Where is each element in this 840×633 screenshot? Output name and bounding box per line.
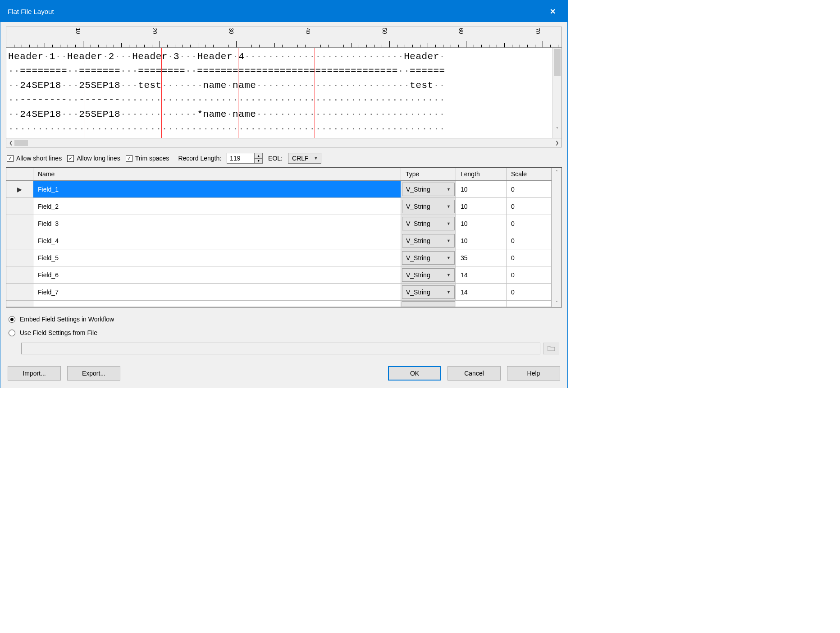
cell-length[interactable]: 10 [456,232,507,249]
cell-length[interactable]: 10 [456,181,507,197]
scroll-up-icon[interactable]: ˄ [552,170,562,174]
cell-scale[interactable]: 0 [507,232,552,249]
column-break-line[interactable] [315,48,315,138]
preview-horizontal-scrollbar[interactable]: ❮ ❯ [6,138,562,147]
cell-type[interactable]: V_String▼ [401,266,456,283]
dialog-button-row: Import... Export... OK Cancel Help [6,356,562,382]
chevron-down-icon: ▼ [447,273,451,277]
column-header-name[interactable]: Name [33,168,401,180]
record-length-spin-down-icon[interactable]: ▼ [255,159,262,164]
export-button[interactable]: Export... [67,366,120,381]
table-row[interactable]: Field_3V_String▼100 [6,215,552,232]
ruler[interactable]: 10203040506070 [6,27,562,48]
scroll-thumb[interactable] [554,49,561,76]
table-row[interactable]: Field_5V_String▼350 [6,249,552,266]
cell-scale[interactable]: 0 [507,181,552,197]
cell-length[interactable]: 35 [456,249,507,266]
grid-vertical-scrollbar[interactable]: ˄ ˅ [552,168,562,307]
cell-length[interactable]: 10 [456,215,507,232]
allow-long-lines-checkbox[interactable]: ✓ Allow long lines [67,155,120,162]
flat-file-layout-dialog: Flat File Layout ✕ 10203040506070 Header… [0,0,568,388]
window-title: Flat File Layout [8,8,54,15]
cell-type[interactable]: V_String▼ [401,215,456,232]
scroll-down-icon[interactable]: ˅ [552,300,562,305]
table-row[interactable]: Field_2V_String▼100 [6,198,552,215]
cell-name[interactable]: Field_5 [33,249,401,266]
cell-type[interactable]: V_String▼ [401,198,456,215]
eol-label: EOL: [268,155,283,162]
table-row[interactable]: Field_6V_String▼140 [6,266,552,284]
trim-spaces-checkbox[interactable]: ✓ Trim spaces [126,155,169,162]
cell-scale[interactable]: 0 [507,266,552,283]
scroll-left-icon[interactable]: ❮ [9,140,28,146]
cell-name[interactable]: Field_4 [33,232,401,249]
settings-file-path-input[interactable] [21,343,540,354]
cell-name[interactable]: Field_7 [33,284,401,300]
column-break-line[interactable] [85,48,85,138]
cell-name[interactable]: Field_6 [33,266,401,283]
help-button[interactable]: Help [507,366,560,381]
ok-button[interactable]: OK [388,366,441,381]
options-row: ✓ Allow short lines ✓ Allow long lines ✓… [6,151,562,167]
radio-icon [9,316,15,323]
row-header[interactable]: ▶ [6,181,33,197]
cell-type[interactable]: V_String▼ [401,249,456,266]
row-header[interactable] [6,215,33,232]
field-grid: Name Type Length Scale ▶Field_1V_String▼… [6,167,562,307]
allow-short-lines-checkbox[interactable]: ✓ Allow short lines [7,155,62,162]
allow-long-lines-label: Allow long lines [77,155,120,162]
row-header[interactable] [6,284,33,300]
eol-select[interactable]: CRLF ▼ [288,153,321,164]
column-header-length[interactable]: Length [456,168,507,180]
file-settings-label: Use Field Settings from File [20,329,97,336]
titlebar: Flat File Layout ✕ [0,0,567,22]
cell-scale[interactable]: 0 [507,249,552,266]
scroll-down-icon[interactable]: ˅ [553,123,562,137]
eol-value: CRLF [292,155,309,162]
preview-vertical-scrollbar[interactable]: ˄ ˅ [552,48,562,138]
close-button[interactable]: ✕ [545,5,560,18]
column-header-scale[interactable]: Scale [507,168,552,180]
row-header[interactable] [6,266,33,283]
cell-name[interactable]: Field_2 [33,198,401,215]
cell-length[interactable]: 14 [456,284,507,300]
cell-type[interactable]: V_String▼ [401,232,456,249]
allow-short-lines-label: Allow short lines [16,155,62,162]
row-header[interactable] [6,198,33,215]
table-row[interactable]: ▶Field_1V_String▼100 [6,181,552,198]
table-row[interactable]: Field_4V_String▼100 [6,232,552,249]
cell-name[interactable]: Field_3 [33,215,401,232]
scroll-right-icon[interactable]: ❯ [555,140,559,145]
chevron-down-icon: ▼ [314,156,318,161]
record-length-input[interactable]: ▲ ▼ [227,153,263,164]
chevron-down-icon: ▼ [447,256,451,260]
import-button[interactable]: Import... [8,366,61,381]
column-header-type[interactable]: Type [401,168,456,180]
preview-body[interactable]: Header·1··Header·2···Header·3···Header·4… [6,48,562,138]
trim-spaces-label: Trim spaces [135,155,169,162]
record-length-label: Record Length: [178,155,221,162]
cell-scale[interactable]: 0 [507,198,552,215]
browse-button[interactable] [543,343,559,354]
cell-name[interactable]: Field_1 [33,181,401,197]
cancel-button[interactable]: Cancel [447,366,501,381]
record-length-spin-up-icon[interactable]: ▲ [255,153,262,159]
folder-icon [548,345,555,352]
column-break-line[interactable] [161,48,162,138]
cell-scale[interactable]: 0 [507,215,552,232]
cell-type[interactable]: V_String▼ [401,284,456,300]
row-header[interactable] [6,232,33,249]
embed-settings-radio[interactable]: Embed Field Settings in Workflow [9,316,559,323]
row-header[interactable] [6,249,33,266]
cell-type[interactable]: V_String▼ [401,181,456,197]
cell-length[interactable]: 14 [456,266,507,283]
embed-settings-label: Embed Field Settings in Workflow [20,316,114,323]
table-row[interactable]: Field_7V_String▼140 [6,284,552,301]
grid-header-row: Name Type Length Scale [6,168,552,181]
column-break-line[interactable] [238,48,238,138]
chevron-down-icon: ▼ [447,239,451,243]
file-settings-radio[interactable]: Use Field Settings from File [9,329,559,336]
record-length-field[interactable] [227,153,254,163]
cell-scale[interactable]: 0 [507,284,552,300]
cell-length[interactable]: 10 [456,198,507,215]
